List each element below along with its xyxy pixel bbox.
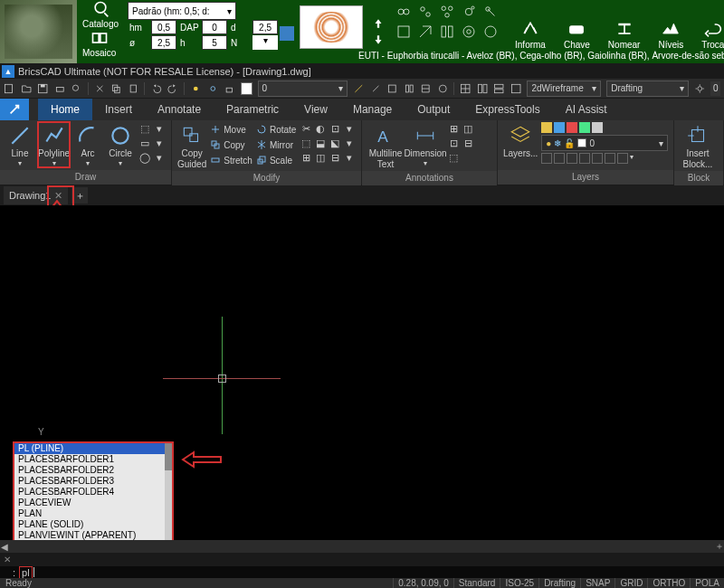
qat-i4-icon[interactable] [404, 82, 415, 95]
dimension-button[interactable]: Dimension▾ [407, 122, 443, 167]
qat-gear-icon[interactable] [694, 82, 706, 95]
tab-annotate[interactable]: Annotate [145, 99, 214, 120]
copy-guided-button[interactable]: CopyGuided [177, 122, 206, 169]
preset-dropdown[interactable]: Padrão (hm: 0,5; d: ▾ [128, 2, 236, 20]
autocomplete-list[interactable]: PL (PLINE) PLACESBARFOLDER1 PLACESBARFOL… [13, 441, 174, 554]
qat-copy-icon[interactable] [110, 82, 122, 95]
cmd-close-icon[interactable]: ✕ [4, 555, 13, 564]
hm-input[interactable] [151, 20, 176, 34]
stretch-button[interactable]: Stretch [210, 153, 252, 167]
tab-view[interactable]: View [291, 99, 340, 120]
status-ortho[interactable]: ORTHO [647, 578, 690, 588]
draw-small-2[interactable]: ▭ [138, 137, 151, 149]
row2-icon4[interactable] [461, 24, 477, 40]
acc-input[interactable] [151, 35, 176, 50]
qat-color-swatch[interactable] [241, 82, 252, 95]
arrow-down-icon[interactable] [372, 33, 385, 46]
mod-s1[interactable]: ✂ [300, 122, 312, 135]
workspace-combo[interactable]: Drafting▾ [606, 81, 689, 97]
mod-s7[interactable]: ⊞ [300, 151, 312, 164]
circle-button[interactable]: Circle▾ [106, 122, 135, 167]
draw-small-1[interactable]: ⬚ [138, 122, 151, 135]
mod-s6[interactable]: ⬕ [329, 137, 341, 149]
qat-i6-icon[interactable] [437, 82, 449, 95]
qat-print-icon[interactable] [54, 82, 66, 95]
qat-layer-combo[interactable]: 0▾ [258, 81, 348, 97]
qat-brush-icon[interactable] [370, 82, 382, 95]
ac-item-3[interactable]: PLACESBARFOLDER3 [14, 476, 172, 487]
tab-output[interactable]: Output [405, 99, 462, 120]
qat-wand-icon[interactable] [353, 82, 365, 95]
troca-button[interactable]: Troca [692, 20, 724, 50]
ann-s1[interactable]: ⊞ [447, 122, 460, 135]
ann-s4[interactable]: ⊟ [462, 137, 474, 149]
ann-s3[interactable]: ⊡ [447, 137, 460, 149]
row2-icon2[interactable] [417, 24, 433, 40]
copy-button[interactable]: Copy [210, 138, 252, 152]
qat-open-icon[interactable] [21, 82, 33, 95]
ac-scrollbar[interactable] [165, 443, 172, 552]
layer-b3[interactable] [567, 153, 577, 164]
layers-button[interactable]: Layers... [503, 122, 538, 158]
insert-block-button[interactable]: InsertBlock... [680, 122, 716, 169]
status-grid[interactable]: GRID [614, 578, 647, 588]
chave-button[interactable]: Chave [555, 20, 599, 50]
arc-button[interactable]: Arc▾ [73, 122, 102, 167]
qat-grid-icon[interactable] [460, 82, 472, 95]
qat-vp3-icon[interactable] [510, 82, 522, 95]
dap-input[interactable] [202, 20, 227, 34]
scale-button[interactable]: Scale [256, 153, 296, 167]
layer-b7[interactable] [617, 153, 628, 164]
ac-item-1[interactable]: PLACESBARFOLDER1 [14, 454, 172, 465]
link1-icon[interactable] [395, 4, 412, 20]
status-dimstyle[interactable]: ISO-25 [500, 578, 538, 588]
h-input[interactable] [202, 35, 227, 50]
niveis-button[interactable]: Níveis [649, 20, 692, 50]
mod-s3[interactable]: ⊡ [329, 122, 341, 135]
qat-redo-icon[interactable] [167, 82, 179, 95]
link5-icon[interactable] [482, 4, 499, 20]
layer-ico5[interactable] [592, 122, 603, 133]
ac-item-0[interactable]: PL (PLINE) [14, 443, 172, 454]
layer-b2[interactable] [554, 153, 565, 164]
tab-insert[interactable]: Insert [92, 99, 145, 120]
tab-home[interactable]: Home [38, 99, 92, 120]
row2-icon3[interactable] [439, 24, 455, 40]
qat-cut-icon[interactable] [94, 82, 106, 95]
d-input[interactable] [252, 20, 278, 34]
link3-icon[interactable] [439, 4, 455, 20]
visualstyle-combo[interactable]: 2dWireframe▾ [527, 81, 601, 97]
ac-item-2[interactable]: PLACESBARFOLDER2 [14, 465, 172, 476]
tab-parametric[interactable]: Parametric [214, 99, 291, 120]
row2-icon1[interactable] [395, 24, 412, 40]
save-preset-icon[interactable] [280, 26, 294, 41]
ac-item-6[interactable]: PLAN [14, 508, 172, 519]
status-ws[interactable]: Drafting [538, 578, 580, 588]
layer-b4[interactable] [579, 153, 590, 164]
command-line[interactable]: : pl [0, 566, 724, 578]
layer-ico4[interactable] [579, 122, 590, 133]
move-button[interactable]: Move [210, 122, 252, 137]
mod-s5[interactable]: ⬓ [314, 137, 327, 149]
tab-ai[interactable]: AI Assist [553, 99, 620, 120]
mod-s4[interactable]: ⬚ [300, 137, 312, 149]
qat-paste-icon[interactable] [128, 82, 139, 95]
mosaico-button[interactable]: Mosaico [77, 29, 121, 58]
tab-manage[interactable]: Manage [340, 99, 405, 120]
qat-i5-icon[interactable] [420, 82, 432, 95]
qat-vp2-icon[interactable] [493, 82, 505, 95]
docbar-add[interactable]: ＋ [715, 540, 724, 553]
link2-icon[interactable] [417, 4, 433, 20]
mod-s2[interactable]: ◐ [314, 122, 327, 135]
layer-current-combo[interactable]: ●❄🔓 0▾ [541, 135, 668, 151]
mirror-button[interactable]: Mirror [256, 138, 296, 152]
qat-lock-icon[interactable] [224, 82, 235, 95]
rotate-button[interactable]: Rotate [256, 122, 296, 137]
ann-s2[interactable]: ◫ [462, 122, 474, 135]
qat-i3-icon[interactable] [386, 82, 398, 95]
ac-item-5[interactable]: PLACEVIEW [14, 498, 172, 508]
docbar-left[interactable]: ◀ [0, 542, 9, 552]
ann-s5[interactable]: ⬚ [447, 151, 460, 164]
status-std[interactable]: Standard [453, 578, 500, 588]
catalogo-button[interactable]: Catalogo [77, 0, 124, 29]
